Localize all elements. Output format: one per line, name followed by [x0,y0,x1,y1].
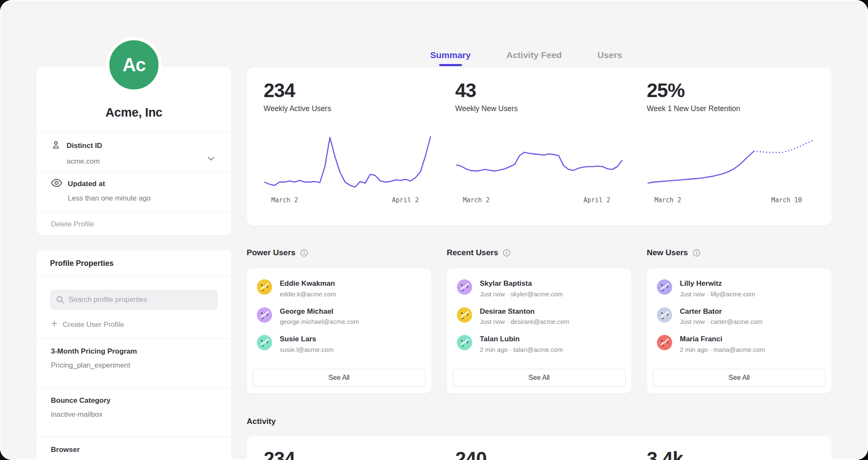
user-list-item[interactable]: Susie Lars susie.l@acme.com [257,335,421,353]
section-title: Power Users [247,248,295,257]
stat-column: 234 Weekly Active Users March 2 April 2 [264,80,431,218]
tab-summary[interactable]: Summary [430,50,471,66]
user-list-item[interactable]: Skylar Baptista Just now · skyler@acme.c… [457,279,621,298]
see-all-button[interactable]: See All [453,369,626,387]
user-section-headers: Power Users Recent Users New Users [247,248,832,257]
distinct-id-row[interactable]: Distinct ID acme.com [36,133,231,171]
updated-at-row: Updated at Less than one minute ago [36,172,231,212]
create-user-profile-button[interactable]: Create User Profile [51,320,218,329]
user-face-avatar [657,279,672,295]
profile-property-item[interactable]: Browser Chrome [36,437,231,460]
user-name: Maria Franci [680,335,765,343]
property-name: 3-Month Pricing Program [51,347,218,356]
user-name: Carter Bator [680,307,762,316]
user-detail: susie.l@acme.com [280,346,334,353]
user-name: Talan Lubin [480,335,563,343]
x-axis-start-label: March 2 [271,196,298,204]
user-list-item[interactable]: Desirae Stanton Just now · desirare@acme… [457,307,621,326]
info-icon[interactable] [300,249,308,257]
user-avatar [657,307,672,323]
user-avatar [457,279,472,295]
profile-property-item[interactable]: 3-Month Pricing Program Pricing_plan_exp… [36,339,231,379]
person-icon [51,140,61,152]
stat-label: Weekly New Users [455,104,623,113]
user-face-avatar [257,307,272,323]
delete-profile-button[interactable]: Delete Profile [36,212,231,236]
user-avatar [657,279,672,295]
user-name: Susie Lars [280,335,334,343]
tab-label: Activity Feed [506,50,562,60]
sparkline-chart [647,128,815,192]
user-list-item[interactable]: Carter Bator Just now · carter@acme.com [657,307,821,326]
x-axis-end-label: April 2 [392,196,419,204]
summary-stats-card: 234 Weekly Active Users March 2 April 2 … [247,67,832,226]
eye-icon [51,179,62,189]
activity-stat-value: 3.4k [647,449,815,460]
user-detail: Just now · lilly@acme.com [680,290,755,298]
profile-properties-list: 3-Month Pricing Program Pricing_plan_exp… [36,339,231,460]
divider [36,276,231,277]
user-avatar [257,335,272,350]
user-list-item[interactable]: Eddie Kwakman eddie.k@acme.com [257,279,421,298]
sparkline-chart [264,128,431,192]
user-list-item[interactable]: Maria Franci 2 min ago · maria@acme.com [657,335,821,353]
property-name: Bounce Category [51,396,218,405]
info-icon[interactable] [693,249,701,257]
tab-activity-feed[interactable]: Activity Feed [506,50,562,66]
activity-stat-value: 234 [264,449,431,460]
company-avatar-initials: Ac [122,54,145,75]
search-icon [56,296,64,306]
stat-value: 234 [264,80,431,100]
user-avatar [257,279,272,295]
section-header-new-users: New Users [647,248,832,257]
activity-section-title: Activity [247,417,276,426]
tab-bar: Summary Activity Feed Users [247,50,832,66]
x-axis-labels: March 2 April 2 [264,196,431,204]
user-face-avatar [457,279,472,295]
user-detail: Just now · skyler@acme.com [480,290,563,298]
stat-value: 25% [647,80,815,100]
user-list-item[interactable]: Talan Lubin 2 min ago · talan@acme.com [457,335,621,353]
user-detail: george.michael@acme.com [280,318,359,325]
user-face-avatar [657,307,672,323]
user-list-item[interactable]: George Michael george.michael@acme.com [257,307,421,326]
user-detail: eddie.k@acme.com [280,290,336,298]
stat-label: Weekly Active Users [264,104,431,113]
company-avatar: Ac [106,37,161,92]
user-list-card: Lilly Herwitz Just now · lilly@acme.com … [647,268,832,393]
user-detail: Just now · desirare@acme.com [480,318,569,325]
tab-users[interactable]: Users [597,50,622,66]
chevron-down-icon[interactable] [208,155,214,162]
x-axis-labels: March 2 March 10 [647,196,815,204]
stat-label: Week 1 New User Retention [647,104,815,113]
user-face-avatar [457,335,472,350]
search-profile-properties-input[interactable] [50,290,218,310]
user-avatar [657,335,672,350]
active-tab-underline [439,64,462,66]
profile-property-item[interactable]: Bounce Category inactive-mailbox [36,388,231,428]
user-name: George Michael [280,307,359,316]
info-icon[interactable] [503,249,511,257]
updated-at-value: Less than one minute ago [68,194,216,203]
user-list-card: Skylar Baptista Just now · skyler@acme.c… [447,268,632,393]
user-face-avatar [257,335,272,350]
section-title: New Users [647,248,688,257]
create-user-profile-label: Create User Profile [63,321,124,329]
property-value: Pricing_plan_experiment [51,361,218,370]
property-name: Browser [51,446,218,454]
profile-properties-title: Profile Properties [36,250,231,276]
see-all-button[interactable]: See All [253,369,426,387]
user-list-item[interactable]: Lilly Herwitz Just now · lilly@acme.com [657,279,821,298]
tab-label: Summary [430,50,471,60]
profile-properties-card: Profile Properties Create User Profile 3… [36,250,231,460]
active-tab-underline [523,64,545,66]
user-list-card: Eddie Kwakman eddie.k@acme.com George Mi… [247,268,431,393]
x-axis-start-label: March 2 [463,196,490,204]
user-cards-row: Eddie Kwakman eddie.k@acme.com George Mi… [247,268,832,393]
active-tab-underline [598,64,621,66]
user-face-avatar [257,279,272,295]
see-all-button[interactable]: See All [653,369,826,387]
sparkline-chart [455,128,623,192]
section-header-power-users: Power Users [247,248,431,257]
section-title: Recent Users [447,248,498,257]
